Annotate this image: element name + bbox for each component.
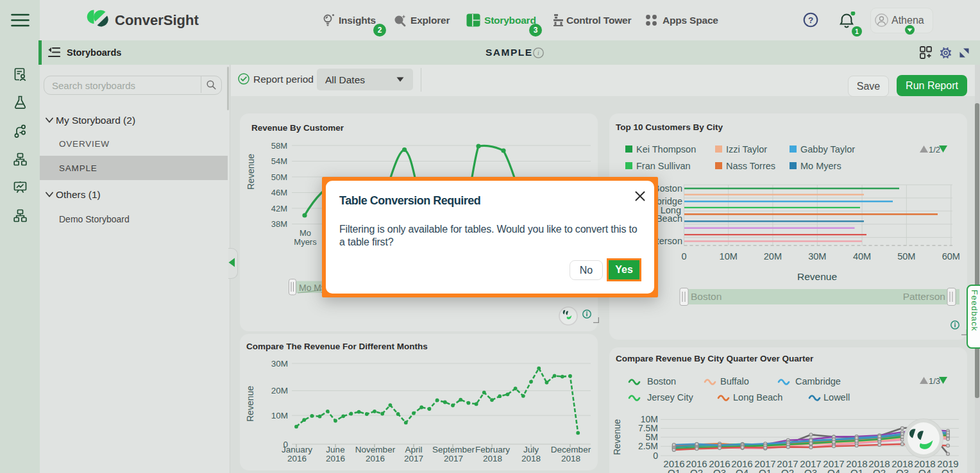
svg-text:60M: 60M [942, 251, 960, 261]
svg-text:Q1: Q1 [850, 467, 863, 473]
svg-text:February: February [475, 445, 510, 454]
svg-text:Buffalo: Buffalo [720, 376, 749, 386]
svg-text:54M: 54M [271, 156, 287, 166]
svg-text:Lowell: Lowell [824, 392, 850, 402]
svg-text:2018: 2018 [483, 454, 502, 463]
svg-text:December: December [551, 445, 591, 454]
svg-text:2016: 2016 [326, 454, 345, 463]
svg-text:Kei Thompson: Kei Thompson [636, 144, 696, 154]
svg-text:Boston: Boston [647, 376, 676, 386]
svg-text:0: 0 [681, 251, 686, 261]
svg-text:Gabby Taylor: Gabby Taylor [800, 144, 855, 154]
svg-text:Boston: Boston [691, 291, 722, 302]
svg-text:Q3: Q3 [896, 467, 909, 473]
svg-text:Nass Torres: Nass Torres [726, 161, 775, 171]
svg-text:April: April [405, 445, 422, 454]
svg-text:Q4: Q4 [827, 467, 840, 473]
svg-text:Beach: Beach [656, 213, 682, 224]
svg-text:2018: 2018 [521, 454, 541, 463]
svg-text:50M: 50M [897, 251, 915, 261]
svg-text:Patterson: Patterson [903, 291, 945, 302]
svg-text:Q1: Q1 [942, 467, 954, 473]
svg-text:Revenue: Revenue [797, 271, 837, 282]
svg-text:Jersey City: Jersey City [647, 392, 693, 402]
svg-text:Mo Myers: Mo Myers [800, 161, 841, 171]
svg-text:Revenue: Revenue [245, 386, 255, 422]
svg-text:Myers: Myers [294, 237, 317, 247]
svg-text:Revenue: Revenue [612, 419, 622, 455]
svg-text:30M: 30M [271, 359, 288, 369]
svg-text:?: ? [808, 15, 813, 25]
svg-text:September: September [432, 445, 475, 454]
svg-text:0: 0 [653, 451, 658, 461]
svg-text:40M: 40M [853, 251, 871, 261]
svg-text:2016: 2016 [287, 454, 307, 463]
svg-text:Izzi Taylor: Izzi Taylor [726, 144, 767, 154]
svg-text:Q3: Q3 [713, 467, 726, 473]
svg-text:January: January [282, 445, 312, 454]
svg-text:Long Beach: Long Beach [733, 392, 782, 402]
svg-text:38M: 38M [271, 219, 287, 229]
svg-text:Mo: Mo [300, 228, 311, 238]
svg-text:Q2: Q2 [690, 467, 703, 473]
svg-text:30M: 30M [808, 251, 826, 261]
svg-text:November: November [355, 445, 396, 454]
svg-text:Q4: Q4 [736, 467, 748, 473]
svg-text:10M: 10M [720, 251, 738, 261]
svg-text:Q1: Q1 [759, 467, 772, 473]
svg-text:Revenue: Revenue [246, 154, 256, 190]
svg-text:10M: 10M [271, 411, 288, 420]
svg-text:Q2: Q2 [781, 467, 794, 473]
svg-text:58M: 58M [271, 141, 287, 151]
svg-text:50M: 50M [271, 172, 287, 182]
svg-text:Q2: Q2 [873, 467, 886, 473]
svg-text:Q3: Q3 [804, 467, 817, 473]
svg-text:Q4: Q4 [918, 467, 931, 473]
svg-text:June: June [326, 445, 344, 454]
svg-text:2018: 2018 [561, 454, 580, 463]
svg-text:i: i [537, 49, 539, 56]
svg-text:20M: 20M [271, 386, 288, 395]
svg-text:1/3: 1/3 [929, 376, 940, 386]
svg-text:July: July [523, 445, 539, 454]
svg-text:20M: 20M [764, 251, 782, 261]
svg-text:46M: 46M [271, 188, 287, 197]
svg-text:42M: 42M [271, 204, 287, 213]
svg-text:Cambridge: Cambridge [795, 376, 841, 386]
svg-text:2017: 2017 [444, 454, 463, 463]
svg-text:2017: 2017 [404, 454, 423, 463]
svg-text:2016: 2016 [366, 454, 385, 463]
svg-text:1/2: 1/2 [929, 145, 940, 154]
svg-text:Q1: Q1 [668, 467, 680, 473]
svg-text:Fran Sullivan: Fran Sullivan [636, 161, 691, 171]
